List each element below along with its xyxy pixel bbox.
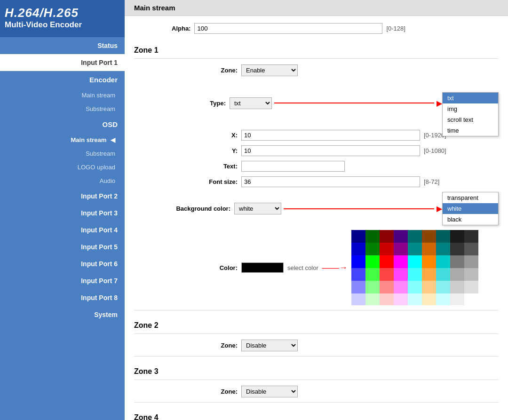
zone-3-section: Zone 3 Zone: Enable Disable (134, 364, 499, 403)
zone-1-type-row: Type: txt img scroll text time ▶ txt img (172, 81, 499, 125)
type-option-time[interactable]: time (443, 125, 498, 136)
zone-2-zone-select[interactable]: Enable Disable (241, 340, 298, 351)
sidebar-header: H.264/H.265 Multi-Video Encoder (0, 0, 125, 37)
sidebar-item-osd-main[interactable]: Main stream ◀ (0, 133, 125, 147)
sidebar-item-status[interactable]: Status (0, 37, 125, 54)
zone-1-fontsize-label: Font size: (172, 178, 238, 185)
zone-3-zone-select[interactable]: Enable Disable (241, 386, 298, 397)
sidebar: H.264/H.265 Multi-Video Encoder Status I… (0, 0, 125, 420)
color-palette[interactable] (351, 230, 478, 305)
zone-3-zone-label: Zone: (172, 388, 238, 395)
sidebar-item-system[interactable]: System (0, 306, 125, 323)
alpha-label: Alpha: (172, 25, 190, 32)
zone-1-text-input[interactable] (241, 161, 345, 172)
color-swatch[interactable] (241, 262, 284, 273)
type-option-scrolltext[interactable]: scroll text (443, 114, 498, 125)
sidebar-item-osd[interactable]: OSD (0, 116, 125, 133)
zone-4-title: Zone 4 (134, 410, 499, 420)
type-option-img[interactable]: img (443, 103, 498, 114)
type-arrow-head: ▶ (437, 99, 442, 108)
sidebar-item-logo[interactable]: LOGO upload (0, 160, 125, 174)
content-area: Alpha: [0-128] Zone 1 Zone: Enable Disab… (125, 16, 508, 420)
zone-2-zone-label: Zone: (172, 342, 238, 349)
alpha-range: [0-128] (386, 25, 405, 32)
zone-1-y-range: [0-1080] (424, 147, 446, 154)
zone-1-zone-select[interactable]: Enable Disable (241, 64, 298, 76)
zone-1-color-row: Color: select color ——→ (172, 230, 499, 305)
zone-1-text-row: Text: (172, 161, 499, 172)
zone-1-bgcolor-select[interactable]: transparent white black (234, 203, 281, 214)
sidebar-item-substream[interactable]: Substream (0, 102, 125, 116)
sidebar-item-input-port-5[interactable]: Input Port 5 (0, 238, 125, 255)
bgcolor-option-white[interactable]: white (443, 203, 498, 214)
bgcolor-row-extra: transparent white black ▶ transparent wh… (234, 192, 499, 225)
bgcolor-arrow-line (284, 208, 434, 209)
zone-1-title: Zone 1 (134, 42, 499, 59)
sidebar-item-input-port-2[interactable]: Input Port 2 (0, 188, 125, 205)
zone-1-y-label: Y: (172, 147, 238, 154)
sidebar-item-input-port-3[interactable]: Input Port 3 (0, 205, 125, 222)
zone-1-zone-row: Zone: Enable Disable (172, 64, 499, 76)
type-dropdown-popup: txt img scroll text time (442, 92, 499, 136)
zone-1-bgcolor-label: Background color: (172, 205, 230, 212)
zone-1-zone-label: Zone: (172, 67, 238, 74)
page-header: Main stream (125, 0, 508, 16)
app-title2: Multi-Video Encoder (5, 20, 120, 30)
main-content: Main stream Alpha: [0-128] Zone 1 Zone: … (125, 0, 508, 420)
app-title1: H.264/H.265 (5, 6, 120, 20)
zone-1-section: Zone 1 Zone: Enable Disable Type: txt im… (134, 42, 499, 310)
zone-1-x-input[interactable] (241, 130, 420, 141)
bgcolor-option-transparent[interactable]: transparent (443, 192, 498, 203)
sidebar-item-encoder[interactable]: Encoder (0, 71, 125, 88)
zone-1-x-label: X: (172, 132, 238, 139)
type-option-txt[interactable]: txt (443, 93, 498, 103)
zone-2-title: Zone 2 (134, 317, 499, 334)
zone-4-section: Zone 4 Zone: Enable Disable (134, 410, 499, 420)
zone-3-title: Zone 3 (134, 364, 499, 380)
zone-1-type-select[interactable]: txt img scroll text time (230, 97, 272, 109)
zone-1-color-label: Color: (172, 264, 238, 271)
sidebar-item-osd-sub[interactable]: Substream (0, 147, 125, 160)
sidebar-item-input-port-7[interactable]: Input Port 7 (0, 272, 125, 289)
type-arrow-line (274, 103, 434, 103)
zone-3-zone-row: Zone: Enable Disable (172, 386, 499, 397)
color-arrow: ——→ (322, 263, 348, 273)
zone-1-y-row: Y: [0-1080] (172, 145, 499, 156)
zone-1-fontsize-range: [8-72] (424, 178, 439, 185)
sidebar-item-audio[interactable]: Audio (0, 174, 125, 188)
zone-2-zone-row: Zone: Enable Disable (172, 340, 499, 351)
zone-1-fontsize-row: Font size: [8-72] (172, 176, 499, 187)
sidebar-item-main-stream[interactable]: Main stream (0, 88, 125, 102)
alpha-input[interactable] (194, 23, 382, 34)
zone-1-text-label: Text: (172, 163, 238, 170)
type-row-extra: txt img scroll text time ▶ txt img scrol… (230, 81, 499, 125)
zone-1-type-label: Type: (172, 100, 226, 107)
sidebar-item-input-port-8[interactable]: Input Port 8 (0, 289, 125, 306)
sidebar-item-input-port-1[interactable]: Input Port 1 (0, 54, 125, 71)
alpha-row: Alpha: [0-128] (172, 23, 499, 34)
zone-1-y-input[interactable] (241, 145, 420, 156)
zone-1-bgcolor-row: Background color: transparent white blac… (172, 192, 499, 225)
select-color-text[interactable]: select color (287, 264, 318, 271)
sidebar-item-input-port-4[interactable]: Input Port 4 (0, 222, 125, 238)
input-ports-list: Input Port 2Input Port 3Input Port 4Inpu… (0, 188, 125, 306)
sidebar-item-input-port-6[interactable]: Input Port 6 (0, 255, 125, 272)
bgcolor-dropdown-popup: transparent white black (442, 192, 499, 225)
bgcolor-arrow-head: ▶ (437, 204, 442, 213)
bgcolor-option-black[interactable]: black (443, 214, 498, 225)
zone-2-section: Zone 2 Zone: Enable Disable (134, 317, 499, 357)
zone-1-fontsize-input[interactable] (241, 176, 420, 187)
